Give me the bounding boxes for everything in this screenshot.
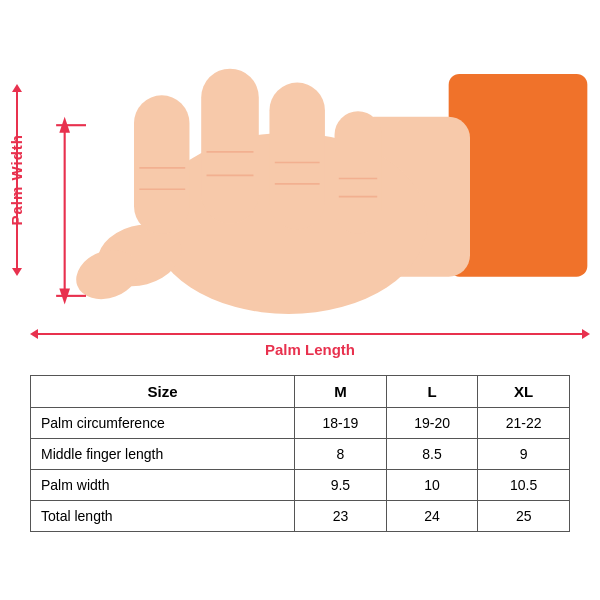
cell-m: 9.5 — [295, 470, 387, 501]
palm-width-arrow: Palm Width — [8, 90, 25, 270]
svg-rect-5 — [134, 95, 189, 234]
hand-illustration — [30, 10, 590, 330]
table-row: Middle finger length 8 8.5 9 — [31, 439, 570, 470]
cell-xl: 9 — [478, 439, 570, 470]
cell-m: 23 — [295, 501, 387, 532]
cell-label: Palm circumference — [31, 408, 295, 439]
svg-rect-7 — [269, 83, 324, 230]
cell-l: 8.5 — [386, 439, 478, 470]
cell-m: 18-19 — [295, 408, 387, 439]
arrow-right-icon — [582, 329, 590, 339]
svg-rect-8 — [335, 111, 382, 234]
palm-width-text: Palm Width — [8, 134, 25, 226]
palm-length-arrow: Palm Length — [30, 329, 590, 358]
cell-xl: 21-22 — [478, 408, 570, 439]
diagram-section: Palm Width — [0, 0, 600, 370]
size-table-section: Size M L XL Palm circumference 18-19 19-… — [30, 375, 570, 532]
arrow-left-icon — [30, 329, 38, 339]
cell-label: Middle finger length — [31, 439, 295, 470]
col-size: Size — [31, 376, 295, 408]
size-table: Size M L XL Palm circumference 18-19 19-… — [30, 375, 570, 532]
palm-length-text: Palm Length — [265, 341, 355, 358]
cell-l: 24 — [386, 501, 478, 532]
cell-label: Palm width — [31, 470, 295, 501]
table-row: Palm width 9.5 10 10.5 — [31, 470, 570, 501]
col-m: M — [295, 376, 387, 408]
cell-xl: 25 — [478, 501, 570, 532]
col-l: L — [386, 376, 478, 408]
main-container: Palm Width — [0, 0, 600, 600]
cell-m: 8 — [295, 439, 387, 470]
table-row: Palm circumference 18-19 19-20 21-22 — [31, 408, 570, 439]
table-row: Total length 23 24 25 — [31, 501, 570, 532]
cell-l: 10 — [386, 470, 478, 501]
table-header-row: Size M L XL — [31, 376, 570, 408]
cell-label: Total length — [31, 501, 295, 532]
cell-xl: 10.5 — [478, 470, 570, 501]
svg-rect-6 — [201, 69, 259, 224]
col-xl: XL — [478, 376, 570, 408]
cell-l: 19-20 — [386, 408, 478, 439]
